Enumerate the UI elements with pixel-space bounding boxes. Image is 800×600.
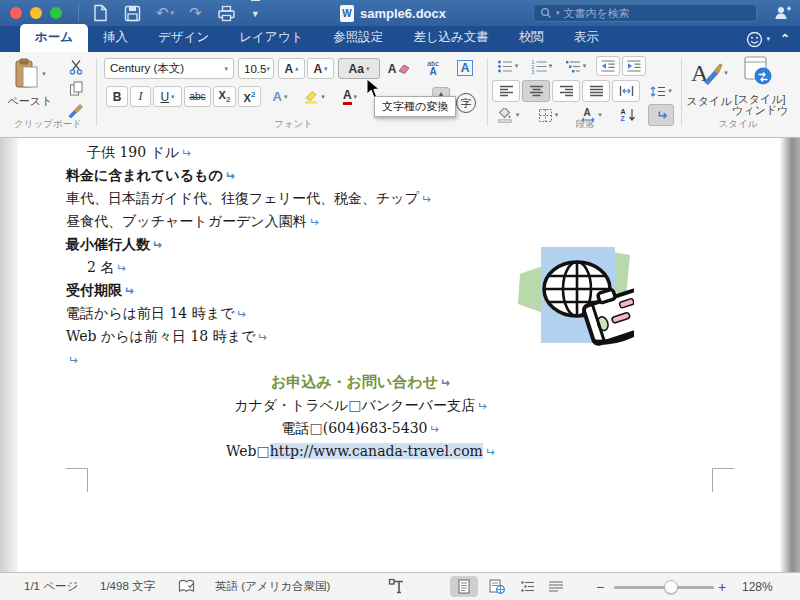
search-field[interactable]: ▾ 文書内を検索	[533, 4, 757, 22]
tab-挿入[interactable]: 挿入	[88, 24, 143, 52]
feedback-smiley-icon[interactable]: ▾	[746, 31, 770, 48]
tab-参照設定[interactable]: 参照設定	[318, 24, 398, 52]
zoom-out-button[interactable]: −	[596, 573, 604, 600]
increase-indent-button[interactable]	[622, 56, 646, 76]
align-right-button[interactable]	[552, 80, 580, 102]
minimize-window-button[interactable]	[30, 7, 42, 19]
zoom-percentage[interactable]: 128%	[742, 573, 773, 600]
phonetic-guide-button[interactable]: abcA	[418, 56, 448, 80]
clear-formatting-button[interactable]: A	[384, 58, 414, 79]
print-icon[interactable]	[217, 0, 236, 26]
distribute-text-button[interactable]	[612, 80, 640, 102]
outline-view-button[interactable]	[514, 576, 542, 597]
document-line[interactable]: 料金に含まれているもの↵	[66, 164, 655, 187]
strikethrough-button[interactable]: abc	[184, 86, 211, 107]
paste-caret-icon[interactable]: ▾	[42, 70, 46, 78]
font-name-combo[interactable]: Century (本文)▾	[104, 58, 234, 79]
zoom-slider[interactable]	[614, 586, 714, 589]
share-icon[interactable]	[773, 4, 792, 25]
change-case-button[interactable]: Aa▾	[338, 58, 380, 79]
collapse-ribbon-icon[interactable]: ⌃	[780, 32, 790, 46]
line-spacing-caret-icon[interactable]: ▾	[668, 87, 672, 95]
macro-record-icon[interactable]	[388, 573, 405, 600]
underline-button[interactable]: U▾	[153, 86, 182, 107]
multilevel-caret-icon[interactable]: ▾	[583, 62, 587, 70]
multilevel-list-button[interactable]: ▾	[560, 56, 591, 76]
text-effects-button[interactable]: A▾	[266, 86, 294, 107]
language-status[interactable]: 英語 (アメリカ合衆国)	[215, 573, 330, 600]
font-size-combo[interactable]: 10.5▾	[238, 58, 274, 79]
align-left-button[interactable]	[492, 80, 520, 102]
justify-button[interactable]	[582, 80, 610, 102]
decrease-indent-button[interactable]	[596, 56, 620, 76]
shrink-font-button[interactable]: A▾	[307, 58, 334, 79]
paste-label[interactable]: ペースト	[0, 94, 60, 109]
save-icon[interactable]	[124, 0, 141, 26]
italic-button[interactable]: I	[130, 86, 151, 107]
grow-font-button[interactable]: A▾	[278, 58, 305, 79]
numbering-icon: 123	[531, 59, 547, 74]
tab-校閲[interactable]: 校閲	[504, 24, 559, 52]
paste-button[interactable]: ▾	[8, 54, 52, 94]
document-line[interactable]: 昼食代、ブッチャートガーデン入園料↵	[66, 210, 655, 233]
underline-caret-icon[interactable]: ▾	[171, 93, 175, 101]
close-window-button[interactable]	[10, 7, 22, 19]
style-pane-label-2[interactable]: ウィンドウ	[732, 103, 788, 118]
travel-clipart-image[interactable]	[516, 242, 634, 358]
styles-button[interactable]: A ▾	[688, 54, 730, 92]
proofing-status-icon[interactable]	[178, 573, 196, 600]
search-scope-caret-icon[interactable]: ▾	[556, 9, 560, 17]
document-line[interactable]: Web□http://www.canada-travel.com↵	[66, 440, 655, 463]
styles-label[interactable]: スタイル	[684, 94, 734, 109]
bullets-caret-icon[interactable]: ▾	[515, 62, 519, 70]
cut-button[interactable]	[64, 56, 88, 77]
draft-view-button[interactable]	[542, 576, 570, 597]
zoom-window-button[interactable]	[50, 7, 62, 19]
word-count[interactable]: 1/498 文字	[100, 573, 155, 600]
redo-button[interactable]: ↷	[189, 0, 202, 26]
font-name-caret-icon[interactable]: ▾	[224, 65, 228, 73]
new-document-icon[interactable]	[92, 0, 109, 26]
document-canvas[interactable]: 子供 190 ドル↵料金に含まれているもの↵車代、日本語ガイド代、往復フェリー代…	[0, 138, 800, 572]
undo-button[interactable]: ↶▾	[156, 0, 174, 26]
page-count[interactable]: 1/1 ページ	[24, 573, 78, 600]
numbering-button[interactable]: 123 ▾	[526, 56, 557, 76]
highlight-button[interactable]: ▾	[296, 86, 332, 107]
change-case-caret-icon[interactable]: ▾	[366, 65, 370, 73]
web-layout-view-button[interactable]	[482, 576, 510, 597]
tab-ホーム[interactable]: ホーム	[20, 24, 88, 52]
bold-button[interactable]: B	[106, 86, 128, 107]
enclose-characters-button[interactable]: A	[452, 56, 478, 80]
multilevel-list-icon	[565, 59, 581, 74]
tab-レイアウト[interactable]: レイアウト	[224, 24, 318, 52]
tab-デザイン[interactable]: デザイン	[143, 24, 224, 52]
print-layout-view-button[interactable]	[450, 576, 478, 597]
return-mark-icon: ↵	[181, 142, 191, 165]
document-line[interactable]: カナダ・トラベル□バンクーバー支店↵	[66, 394, 655, 417]
style-pane-button[interactable]	[740, 53, 776, 89]
font-color-caret-icon[interactable]: ▾	[354, 93, 358, 101]
font-size-caret-icon[interactable]: ▾	[266, 65, 270, 73]
tab-表示[interactable]: 表示	[559, 24, 614, 52]
numbering-caret-icon[interactable]: ▾	[549, 62, 553, 70]
document-line[interactable]: お申込み・お問い合わせ↵	[66, 371, 655, 394]
scroll-edge[interactable]	[780, 138, 800, 572]
styles-caret-icon[interactable]: ▾	[724, 69, 728, 77]
align-center-button[interactable]	[522, 80, 550, 102]
zoom-slider-thumb[interactable]	[664, 580, 678, 594]
document-line[interactable]: 車代、日本語ガイド代、往復フェリー代、税金、チップ↵	[66, 187, 655, 210]
copy-button[interactable]	[64, 78, 88, 99]
toolbar-overflow-icon[interactable]: ▼	[251, 0, 260, 26]
document-line[interactable]: 子供 190 ドル↵	[66, 141, 655, 164]
font-color-button[interactable]: A▾	[336, 86, 364, 107]
line-spacing-button[interactable]: ▾	[644, 80, 678, 102]
subscript-button[interactable]: X2	[213, 86, 236, 107]
highlight-caret-icon[interactable]: ▾	[321, 93, 325, 101]
document-line[interactable]: 電話□(604)683-5430↵	[66, 417, 655, 440]
undo-caret-icon[interactable]: ▾	[171, 9, 175, 17]
bullets-button[interactable]: ▾	[492, 56, 523, 76]
tab-差し込み文書[interactable]: 差し込み文書	[398, 24, 504, 52]
zoom-in-button[interactable]: +	[718, 573, 726, 600]
superscript-button[interactable]: X2	[238, 86, 261, 107]
text-effects-caret-icon[interactable]: ▾	[284, 93, 288, 101]
